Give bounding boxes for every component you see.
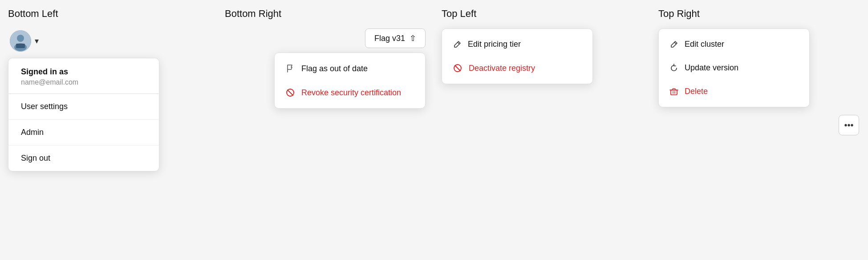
flag-out-of-date-item[interactable]: Flag as out of date xyxy=(275,57,425,81)
svg-rect-3 xyxy=(16,44,25,48)
section-label-top-right: Top Right xyxy=(658,8,700,19)
trash-icon xyxy=(669,87,678,96)
ellipsis-button[interactable]: ••• xyxy=(839,115,859,135)
edit-cluster-label: Edit cluster xyxy=(685,40,724,49)
edit-icon xyxy=(453,40,462,49)
signed-in-email: name@email.com xyxy=(21,78,146,86)
svg-point-1 xyxy=(17,35,24,42)
user-dropdown-menu: Signed in as name@email.com User setting… xyxy=(8,58,159,171)
edit-cluster-item[interactable]: Edit cluster xyxy=(659,32,809,56)
svg-line-7 xyxy=(455,65,461,71)
section-label-bottom-right: Bottom Right xyxy=(225,8,281,19)
refresh-icon xyxy=(669,64,678,73)
delete-item[interactable]: Delete xyxy=(659,80,809,103)
svg-line-5 xyxy=(288,90,293,96)
deactivate-registry-label: Deactivate registry xyxy=(469,64,535,73)
update-version-item[interactable]: Update version xyxy=(659,56,809,80)
revoke-certification-label: Revoke security certification xyxy=(301,88,401,98)
revoke-certification-item[interactable]: Revoke security certification xyxy=(275,81,425,105)
column-top-right: Edit cluster Update version xyxy=(650,28,867,135)
avatar-trigger-button[interactable]: ▾ xyxy=(8,28,41,53)
top-right-dropdown-menu: Edit cluster Update version xyxy=(658,28,810,107)
avatar xyxy=(10,30,31,52)
no-icon xyxy=(285,88,295,98)
signed-in-label: Signed in as xyxy=(21,67,146,77)
admin-item[interactable]: Admin xyxy=(8,120,159,146)
edit-pricing-tier-item[interactable]: Edit pricing tier xyxy=(442,32,592,56)
no-icon-2 xyxy=(453,63,462,73)
flag-dropdown-menu: Flag as out of date Revoke security cert… xyxy=(274,53,426,109)
edit-pricing-tier-label: Edit pricing tier xyxy=(468,40,521,49)
column-bottom-right: Flag v31 ⇧ Flag as out of date xyxy=(217,28,434,109)
column-top-left: Edit pricing tier Deactivate registry Ma… xyxy=(434,28,650,56)
sign-out-item[interactable]: Sign out xyxy=(8,146,159,171)
user-settings-item[interactable]: User settings xyxy=(8,94,159,120)
chevron-down-icon: ▾ xyxy=(35,36,39,46)
manage-dropdown-menu: Edit pricing tier Deactivate registry xyxy=(442,28,593,84)
update-version-label: Update version xyxy=(685,63,738,73)
column-bottom-left: ▾ Signed in as name@email.com User setti… xyxy=(0,28,217,171)
edit-cluster-icon xyxy=(669,40,678,49)
flag-icon xyxy=(285,64,295,73)
svg-rect-8 xyxy=(671,90,677,95)
section-label-top-left: Top Left xyxy=(442,8,476,19)
chevron-up-icon: ⇧ xyxy=(410,33,416,43)
flag-trigger-label: Flag v31 xyxy=(374,34,405,43)
delete-label: Delete xyxy=(685,87,708,96)
flag-trigger-button[interactable]: Flag v31 ⇧ xyxy=(365,28,426,48)
deactivate-registry-item[interactable]: Deactivate registry xyxy=(442,56,592,80)
dropdown-header: Signed in as name@email.com xyxy=(8,58,159,94)
flag-out-of-date-label: Flag as out of date xyxy=(301,64,368,73)
ellipsis-icon: ••• xyxy=(844,120,853,130)
section-label-bottom-left: Bottom Left xyxy=(8,8,58,19)
